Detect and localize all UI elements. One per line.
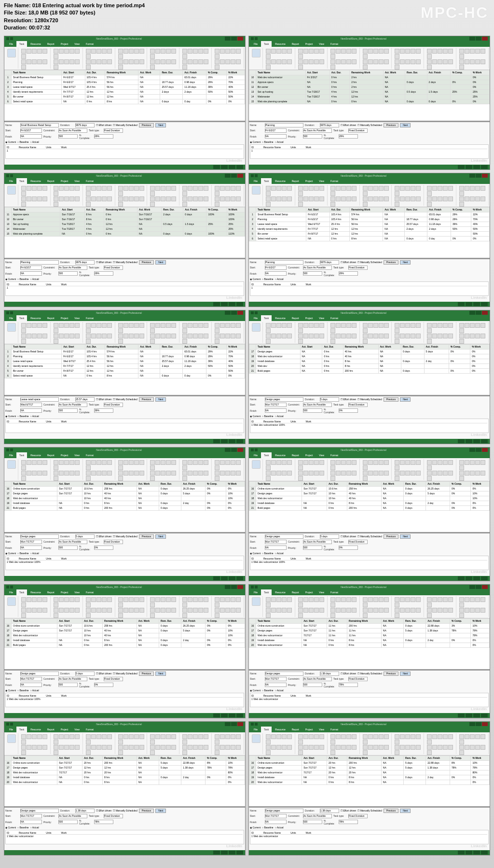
duration-input[interactable]: 25.57 days [75, 397, 95, 402]
ribbon-button[interactable] [37, 608, 42, 613]
data-cell[interactable] [159, 496, 181, 501]
data-cell[interactable]: 16 [5, 486, 12, 491]
ribbon-button[interactable] [198, 745, 203, 750]
data-cell[interactable]: 80% [226, 770, 245, 775]
data-cell[interactable] [451, 84, 471, 89]
ribbon-button[interactable] [54, 328, 58, 333]
column-header[interactable]: Act. Work [381, 481, 403, 486]
data-cell[interactable]: 20 [249, 643, 256, 647]
ribbon-button[interactable] [266, 597, 271, 602]
tab-resource[interactable]: Resource [27, 315, 43, 321]
ribbon-button[interactable] [107, 49, 112, 54]
ribbon-button[interactable] [470, 323, 475, 328]
ribbon-button[interactable] [182, 339, 187, 344]
view-icon[interactable] [213, 714, 220, 717]
ribbon-button[interactable] [379, 196, 384, 201]
ribbon-button[interactable] [161, 323, 165, 328]
data-cell[interactable]: 10 hrs [82, 628, 102, 633]
ribbon-button[interactable] [91, 460, 96, 465]
ribbon-button[interactable] [480, 323, 485, 328]
ribbon-button[interactable] [427, 334, 432, 338]
ribbon-button[interactable] [118, 465, 123, 470]
ribbon-button[interactable] [182, 186, 187, 191]
ribbon-button[interactable] [384, 196, 389, 201]
ribbon-button[interactable] [86, 476, 91, 481]
ribbon-button[interactable] [220, 460, 225, 465]
ribbon-button[interactable] [54, 54, 58, 59]
data-cell[interactable]: 0% [450, 491, 471, 496]
ribbon-button[interactable] [215, 602, 220, 607]
ribbon-button[interactable] [96, 59, 101, 64]
data-cell[interactable]: 39% [206, 84, 226, 89]
ribbon-button[interactable] [204, 597, 208, 602]
ribbon-button[interactable] [59, 608, 64, 613]
ribbon-button[interactable] [69, 734, 74, 739]
data-cell[interactable]: Fri 6/2/17 [62, 75, 85, 80]
data-cell[interactable]: 10% [471, 760, 490, 765]
priority-input[interactable]: 500 [303, 271, 322, 276]
ribbon-button[interactable] [32, 59, 37, 64]
ribbon-button[interactable] [282, 334, 287, 338]
ribbon-button[interactable] [21, 740, 26, 744]
resource-grid[interactable]: ID Resource Name Units Work 1 Web dev su… [250, 830, 489, 844]
tab-resource[interactable]: Resource [27, 727, 43, 732]
ribbon-button[interactable] [96, 734, 101, 739]
resource-grid[interactable]: ID Resource Name Units Work 1 [250, 281, 489, 296]
ribbon-button[interactable] [282, 608, 287, 613]
column-header[interactable]: Rem. Dur. [159, 481, 181, 486]
table-row[interactable]: 19Install databaseNA0 hrs8 hrsNA0 days2 … [249, 775, 490, 780]
tab-file[interactable]: File [6, 315, 16, 321]
task-table[interactable]: Task NameAct. StartAct. Dur.Remaining Wo… [249, 756, 490, 785]
ribbon-button[interactable] [37, 460, 42, 465]
column-header[interactable]: Act. Start [57, 618, 82, 623]
task-name-cell[interactable]: Select retail space [12, 99, 62, 104]
ribbon-button[interactable] [416, 334, 421, 338]
ribbon-button[interactable] [459, 597, 464, 602]
data-cell[interactable]: 25% [471, 94, 490, 99]
data-cell[interactable]: 29% [206, 80, 226, 84]
ribbon-button[interactable] [276, 334, 281, 338]
task-name-cell[interactable]: Online store construction [256, 486, 302, 491]
ribbon-button[interactable] [341, 745, 346, 750]
task-name-cell[interactable]: Select retail space [256, 236, 306, 241]
data-cell[interactable]: 5 [5, 368, 12, 373]
ribbon-button[interactable] [271, 608, 276, 613]
data-cell[interactable]: 0% [451, 236, 471, 241]
data-cell[interactable]: 1.5 days [427, 89, 451, 94]
data-cell[interactable]: NA [381, 486, 403, 491]
finish-input[interactable]: NA [20, 546, 42, 550]
effort-driven-checkbox[interactable]: ☐ Effort driven [96, 398, 111, 401]
data-cell[interactable]: 5 days [159, 765, 181, 770]
ribbon-button[interactable] [309, 323, 314, 328]
ribbon-button[interactable] [411, 59, 415, 64]
ribbon-button[interactable] [96, 597, 101, 602]
ribbon-button[interactable] [69, 323, 74, 328]
data-cell[interactable]: 20 hrs [103, 770, 137, 775]
resource-row[interactable]: 1 Web dev subcontractor [7, 835, 243, 838]
column-header[interactable]: Act. Start [306, 207, 329, 212]
data-cell[interactable] [404, 643, 426, 647]
ribbon-button[interactable] [118, 186, 123, 191]
data-cell[interactable]: 0 hrs [322, 364, 343, 368]
ribbon-button[interactable] [443, 334, 448, 338]
ribbon-button[interactable] [155, 49, 160, 54]
ribbon-button[interactable] [134, 49, 139, 54]
tab-task[interactable]: Task [16, 41, 27, 47]
ribbon-button[interactable] [236, 334, 241, 338]
ribbon-button[interactable] [86, 59, 91, 64]
data-cell[interactable] [450, 780, 471, 784]
data-cell[interactable]: 8 hrs [103, 501, 137, 505]
ribbon-button[interactable] [309, 597, 314, 602]
zoom-slider[interactable] [481, 576, 488, 580]
ribbon-button[interactable] [395, 465, 399, 470]
data-cell[interactable] [450, 643, 471, 647]
data-cell[interactable] [183, 226, 206, 231]
percent-input[interactable]: 0% [339, 408, 358, 413]
previous-button[interactable]: Previous [384, 809, 398, 813]
data-cell[interactable]: NA [378, 359, 401, 364]
data-cell[interactable] [401, 364, 424, 368]
data-cell[interactable]: Sun 7/17/17 [57, 486, 82, 491]
data-cell[interactable]: 22.88 days [181, 760, 206, 765]
data-cell[interactable]: 16 [249, 486, 256, 491]
tab-report[interactable]: Report [44, 315, 57, 321]
